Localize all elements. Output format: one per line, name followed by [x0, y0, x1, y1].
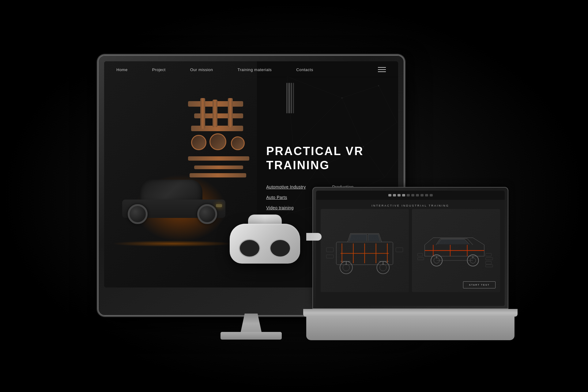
dot-5	[407, 194, 410, 196]
car-headlight	[216, 204, 222, 207]
nav-project[interactable]: Project	[152, 67, 166, 72]
pipe-v-2	[213, 100, 217, 127]
dot-3	[398, 194, 401, 196]
svg-rect-63	[418, 253, 423, 256]
svg-rect-47	[396, 248, 403, 252]
svg-rect-61	[486, 261, 492, 264]
svg-rect-60	[486, 257, 493, 260]
dot-7	[416, 194, 419, 196]
dot-2	[393, 194, 396, 196]
chassis-wireframe-left	[325, 217, 404, 284]
hamburger-line-1	[378, 67, 386, 68]
gear-1	[191, 135, 206, 150]
chassis-wireframe-right	[416, 217, 496, 284]
car-panel-left	[321, 209, 409, 292]
car-wheel-left	[128, 204, 148, 224]
pipe-4	[188, 156, 249, 161]
car-images-area: START TEST	[319, 207, 502, 294]
nav-training[interactable]: Training materials	[238, 67, 272, 72]
title-stripes	[286, 83, 294, 113]
progress-dots	[388, 194, 433, 196]
car-wheel-right	[197, 204, 217, 224]
stripe-3	[291, 83, 292, 113]
nav-contacts[interactable]: Contacts	[296, 67, 313, 72]
vr-headset	[224, 215, 315, 276]
svg-rect-46	[326, 255, 334, 258]
pipe-v-3	[228, 98, 233, 127]
stripe-1	[286, 83, 288, 113]
laptop-header	[316, 191, 505, 200]
svg-rect-59	[486, 253, 492, 256]
laptop-keyboard-area	[306, 316, 514, 340]
stripe-2	[288, 83, 290, 113]
svg-rect-64	[418, 257, 424, 260]
svg-point-40	[380, 264, 386, 271]
dot-9	[425, 194, 428, 196]
hero-title: PRACTICAL VR TRAINING	[266, 144, 386, 172]
hamburger-line-2	[378, 69, 386, 70]
nav-home[interactable]: Home	[116, 67, 128, 72]
hamburger-line-3	[378, 71, 386, 72]
start-test-button[interactable]: START TEST	[463, 281, 496, 288]
vr-body	[230, 224, 300, 264]
laptop-screen: INTERACTIVE INDUSTRIAL TRAINING	[316, 191, 505, 306]
dot-8	[420, 194, 424, 196]
monitor-stand-base	[221, 332, 282, 340]
svg-point-38	[343, 264, 350, 271]
vr-lens-left	[239, 239, 260, 257]
gear-2	[209, 133, 226, 150]
hamburger-menu[interactable]	[378, 67, 386, 72]
laptop: INTERACTIVE INDUSTRIAL TRAINING	[303, 187, 518, 356]
engine-block	[188, 95, 249, 181]
gear-3	[231, 136, 245, 150]
monitor-stand-neck	[240, 314, 262, 333]
laptop-content: INTERACTIVE INDUSTRIAL TRAINING	[316, 191, 505, 306]
dot-10	[430, 194, 433, 196]
nav-mission[interactable]: Our mission	[190, 67, 213, 72]
car-panel-right: START TEST	[412, 209, 500, 292]
svg-rect-62	[486, 265, 493, 267]
devices-container: Home Project Our mission Training materi…	[80, 43, 508, 349]
dot-1	[388, 194, 391, 196]
stripe-4	[293, 83, 294, 113]
pipe-5	[194, 166, 243, 169]
laptop-screen-frame: INTERACTIVE INDUSTRIAL TRAINING	[312, 187, 508, 310]
dot-6	[411, 194, 414, 196]
vr-strap-right	[306, 233, 322, 241]
pipe-v-1	[200, 98, 205, 129]
car-body	[116, 175, 231, 224]
dot-4	[402, 194, 405, 196]
ground-shadow	[112, 241, 234, 247]
laptop-subtitle-text: INTERACTIVE INDUSTRIAL TRAINING	[371, 204, 449, 207]
vr-lens-right	[270, 239, 291, 257]
svg-rect-45	[326, 248, 334, 252]
nav-bar: Home Project Our mission Training materi…	[104, 61, 398, 78]
laptop-base	[303, 309, 518, 317]
